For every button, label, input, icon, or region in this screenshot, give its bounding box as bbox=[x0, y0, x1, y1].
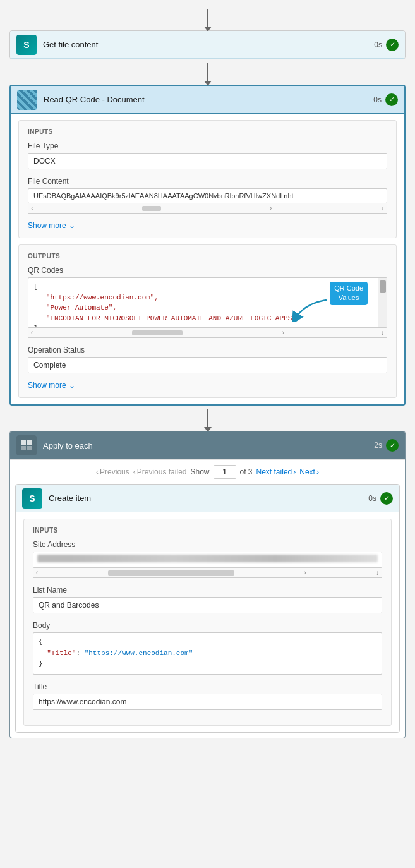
body-value: { "Title": "https://www.encodian.com" } bbox=[33, 632, 382, 675]
read-qr-header[interactable]: Read QR Code - Document 0s ✓ bbox=[11, 86, 404, 114]
read-qr-duration: 0s bbox=[373, 95, 382, 104]
create-item-duration: 0s bbox=[368, 494, 376, 503]
show-text: Show bbox=[190, 467, 209, 476]
outputs-label: OUTPUTS bbox=[28, 253, 387, 260]
create-item-block: S Create item 0s ✓ INPUTS Site Address bbox=[15, 484, 400, 733]
file-type-group: File Type DOCX bbox=[28, 142, 387, 169]
scroll-down-arrow[interactable]: ↓ bbox=[381, 205, 384, 212]
scroll-thumb-v bbox=[380, 280, 386, 293]
prev-chevron-icon: ‹ bbox=[96, 467, 99, 476]
arrow-svg bbox=[292, 297, 330, 322]
sa-scroll-right[interactable]: › bbox=[304, 569, 306, 576]
qr-callout-arrow bbox=[292, 297, 330, 324]
prev-failed-button[interactable]: ‹ Previous failed bbox=[133, 467, 187, 476]
inputs-show-more[interactable]: Show more ⌄ bbox=[28, 221, 387, 230]
scroll-down-icon2[interactable]: ↓ bbox=[381, 329, 384, 336]
qr-line-5: ] bbox=[33, 323, 382, 328]
read-qr-success-badge: ✓ bbox=[385, 93, 398, 106]
sa-scroll-down[interactable]: ↓ bbox=[376, 569, 379, 576]
op-status-group: Operation Status Complete bbox=[28, 346, 387, 373]
outputs-show-more[interactable]: Show more ⌄ bbox=[28, 381, 387, 390]
list-name-label: List Name bbox=[33, 586, 382, 594]
inputs-section: INPUTS File Type DOCX File Content UEsDB… bbox=[18, 120, 397, 238]
read-qr-block: Read QR Code - Document 0s ✓ INPUTS File… bbox=[9, 85, 406, 406]
qr-scroll-bottom[interactable]: ‹ › ↓ bbox=[28, 328, 387, 338]
scroll-right-icon[interactable]: › bbox=[282, 329, 284, 336]
get-file-duration: 0s bbox=[374, 40, 382, 49]
prev-failed-chevron-icon: ‹ bbox=[133, 467, 136, 476]
scroll-right-arrow[interactable]: › bbox=[270, 205, 272, 212]
site-address-field bbox=[33, 552, 382, 568]
get-file-block: S Get file content 0s ✓ bbox=[9, 30, 406, 59]
of-text: of 3 bbox=[240, 467, 253, 476]
show-more-label: Show more bbox=[28, 221, 66, 230]
body-line-1: { bbox=[39, 637, 376, 648]
create-inputs-label: INPUTS bbox=[33, 527, 382, 534]
create-item-title: Create item bbox=[49, 493, 368, 503]
scroll-right-bar[interactable] bbox=[378, 278, 387, 327]
svg-rect-2 bbox=[21, 446, 26, 450]
qr-codes-box-wrapper: [ "https://www.encodian.com", "Power Aut… bbox=[28, 277, 387, 338]
site-address-label: Site Address bbox=[33, 540, 382, 549]
connector-arrow-2 bbox=[9, 409, 406, 428]
qr-codes-label: QR Codes bbox=[28, 266, 387, 275]
page-wrapper: S Get file content 0s ✓ Read QR Code - D… bbox=[0, 0, 415, 752]
sharepoint-icon: S bbox=[16, 35, 37, 55]
site-address-scroll[interactable]: ‹ › ↓ bbox=[33, 568, 382, 578]
create-inputs-section: INPUTS Site Address ‹ › ↓ bbox=[23, 519, 392, 726]
title-label: Title bbox=[33, 682, 382, 691]
get-file-header[interactable]: S Get file content 0s ✓ bbox=[10, 31, 405, 59]
qr-icon bbox=[17, 90, 37, 110]
next-label: Next bbox=[299, 467, 315, 476]
scroll-thumb-h bbox=[142, 206, 161, 211]
next-button[interactable]: Next › bbox=[299, 467, 319, 476]
list-name-group: List Name QR and Barcodes bbox=[33, 586, 382, 613]
apply-icon-svg bbox=[20, 439, 33, 452]
file-content-value: UEsDBAQBgAIAAAAIQBk9r5zlAEAAN8HAAATAAgCW… bbox=[28, 188, 387, 203]
file-content-group: File Content UEsDBAQBgAIAAAAIQBk9r5zlAEA… bbox=[28, 177, 387, 214]
create-item-icon: S bbox=[22, 488, 42, 509]
apply-duration: 2s bbox=[374, 441, 382, 450]
next-failed-label: Next failed bbox=[256, 467, 292, 476]
connector-arrow-1 bbox=[9, 63, 406, 82]
chevron-down-icon-2: ⌄ bbox=[69, 381, 75, 390]
sa-scroll-thumb bbox=[108, 570, 234, 576]
prev-label: Previous bbox=[100, 467, 129, 476]
apply-block: Apply to each 2s ✓ ‹ Previous ‹ Previous… bbox=[9, 431, 406, 738]
inputs-label: INPUTS bbox=[28, 128, 387, 135]
page-input[interactable] bbox=[214, 465, 236, 479]
title-group: Title https://www.encodian.com bbox=[33, 682, 382, 710]
qr-callout-text: QR CodeValues bbox=[334, 284, 363, 301]
prev-button[interactable]: ‹ Previous bbox=[96, 467, 129, 476]
scroll-left-icon[interactable]: ‹ bbox=[31, 329, 33, 336]
svg-rect-0 bbox=[21, 440, 26, 445]
apply-icon bbox=[16, 435, 37, 455]
scroll-indicator[interactable]: ‹ › ↓ bbox=[28, 203, 387, 214]
apply-title: Apply to each bbox=[43, 441, 374, 450]
list-name-value: QR and Barcodes bbox=[33, 597, 382, 613]
op-status-value: Complete bbox=[28, 357, 387, 373]
qr-codes-group: QR Codes [ "https://www.encodian.com", "… bbox=[28, 266, 387, 338]
body-line-2: "Title": "https://www.encodian.com" bbox=[39, 648, 376, 660]
site-address-blurred bbox=[37, 555, 378, 562]
next-failed-chevron-icon: › bbox=[293, 467, 296, 476]
h-scroll-thumb bbox=[132, 330, 183, 335]
next-failed-button[interactable]: Next failed › bbox=[256, 467, 296, 476]
apply-header[interactable]: Apply to each 2s ✓ bbox=[10, 431, 405, 459]
next-chevron-icon: › bbox=[316, 467, 319, 476]
apply-success-badge: ✓ bbox=[386, 439, 399, 452]
site-address-wrapper: ‹ › ↓ bbox=[33, 552, 382, 578]
qr-line-3-text: "Power Automate", bbox=[42, 304, 117, 311]
site-address-group: Site Address ‹ › ↓ bbox=[33, 540, 382, 578]
qr-line-4-text: "ENCODIAN FOR MICROSOFT POWER AUTOMATE A… bbox=[42, 315, 296, 322]
show-more-label-2: Show more bbox=[28, 381, 66, 390]
qr-line-2-text: "https://www.encodian.com", bbox=[42, 294, 159, 301]
create-item-success-badge: ✓ bbox=[380, 492, 393, 505]
scroll-left-arrow[interactable]: ‹ bbox=[31, 205, 33, 212]
qr-callout-tooltip: QR CodeValues bbox=[330, 282, 368, 305]
sa-scroll-left[interactable]: ‹ bbox=[36, 569, 38, 576]
body-group: Body { "Title": "https://www.encodian.co… bbox=[33, 621, 382, 675]
create-item-header[interactable]: S Create item 0s ✓ bbox=[16, 485, 399, 512]
read-qr-title: Read QR Code - Document bbox=[44, 95, 373, 104]
body-line-3: } bbox=[39, 659, 376, 670]
